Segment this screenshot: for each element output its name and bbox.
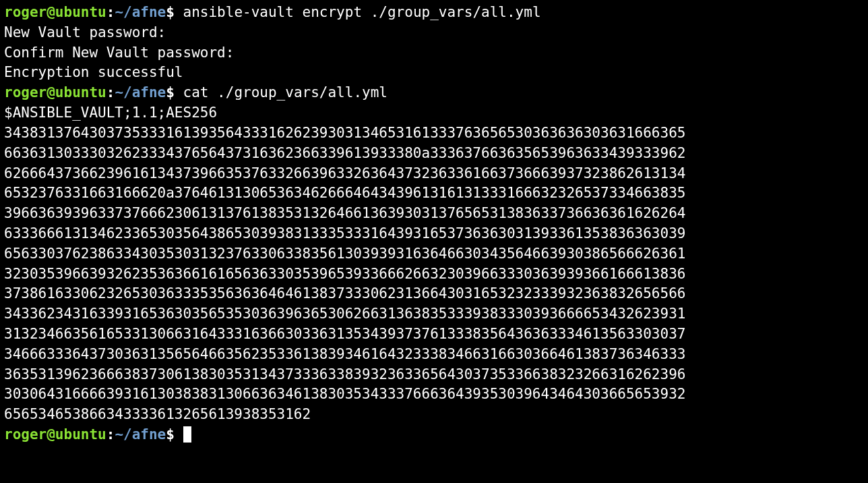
terminal-line: Encryption successful	[4, 63, 864, 83]
terminal-line: 6532376331663166620a37646131306536346266…	[4, 183, 864, 204]
prompt-user-host: roger@ubuntu	[4, 426, 106, 443]
terminal-line: 3132346635616533130663164333163663033631…	[4, 324, 864, 345]
output-text: 3966363939633737666230613137613835313264…	[4, 205, 685, 221]
prompt-dollar: $	[166, 84, 175, 101]
terminal-line: 6333666131346233653035643865303938313335…	[4, 224, 864, 244]
terminal-line: roger@ubuntu:~/afne$	[4, 425, 864, 445]
cursor	[183, 426, 191, 443]
terminal-line: Confirm New Vault password:	[4, 43, 864, 63]
output-text: 3132346635616533130663164333163663033631…	[4, 326, 685, 342]
terminal-line: 3433623431633931653630356535303639636530…	[4, 304, 864, 324]
output-text: 3438313764303735333161393564333162623930…	[4, 125, 685, 141]
prompt-dollar: $	[166, 4, 175, 20]
terminal-line: 6563303762386334303530313237633063383561…	[4, 244, 864, 264]
terminal-line: roger@ubuntu:~/afne$ ansible-vault encry…	[4, 3, 864, 23]
terminal-line: 3030643166663931613038383130663634613830…	[4, 385, 864, 405]
output-text: 656534653866343333613265613938353162	[4, 406, 311, 422]
prompt-colon: :	[106, 426, 115, 443]
output-text: 3230353966393262353636616165636330353965…	[4, 266, 685, 282]
prompt-dollar: $	[166, 426, 175, 443]
terminal-line: 6266643736623961613437396635376332663963…	[4, 164, 864, 184]
output-text: 3466633364373036313565646635623533613839…	[4, 346, 685, 362]
output-text: Confirm New Vault password:	[4, 45, 234, 61]
output-text: 6333666131346233653035643865303938313335…	[4, 225, 685, 242]
output-text: 3433623431633931653630356535303639636530…	[4, 306, 685, 322]
prompt-path: ~/afne	[115, 84, 166, 101]
terminal-line: roger@ubuntu:~/afne$ cat ./group_vars/al…	[4, 83, 864, 103]
terminal-line: 3738616330623265303633353563636464613837…	[4, 284, 864, 304]
output-text: 6636313033303262333437656437316362366339…	[4, 145, 685, 161]
terminal-line: 3966363939633737666230613137613835313264…	[4, 204, 864, 224]
prompt-user-host: roger@ubuntu	[4, 4, 106, 20]
prompt-colon: :	[106, 4, 115, 20]
output-text: 6532376331663166620a37646131306536346266…	[4, 185, 685, 201]
output-text: New Vault password:	[4, 24, 166, 40]
output-text: 3635313962366638373061383035313437333633…	[4, 366, 685, 382]
prompt-path: ~/afne	[115, 4, 166, 20]
terminal-line: 3438313764303735333161393564333162623930…	[4, 123, 864, 144]
output-text: 6266643736623961613437396635376332663963…	[4, 165, 685, 181]
output-text: Encryption successful	[4, 64, 183, 80]
prompt-user-host: roger@ubuntu	[4, 84, 106, 101]
terminal-line: 6636313033303262333437656437316362366339…	[4, 144, 864, 164]
terminal-line: $ANSIBLE_VAULT;1.1;AES256	[4, 103, 864, 123]
terminal-line: 3230353966393262353636616165636330353965…	[4, 264, 864, 285]
prompt-path: ~/afne	[115, 426, 166, 443]
output-text: 3030643166663931613038383130663634613830…	[4, 386, 685, 402]
terminal-line: 3466633364373036313565646635623533613839…	[4, 345, 864, 365]
output-text: 3738616330623265303633353563636464613837…	[4, 285, 685, 302]
terminal-line: New Vault password:	[4, 23, 864, 43]
prompt-colon: :	[106, 84, 115, 101]
terminal-line: 3635313962366638373061383035313437333633…	[4, 365, 864, 385]
output-text: $ANSIBLE_VAULT;1.1;AES256	[4, 105, 217, 121]
terminal-output[interactable]: roger@ubuntu:~/afne$ ansible-vault encry…	[4, 3, 864, 445]
command-text: ansible-vault encrypt ./group_vars/all.y…	[175, 4, 541, 20]
terminal-line: 656534653866343333613265613938353162	[4, 405, 864, 425]
output-text: 6563303762386334303530313237633063383561…	[4, 246, 685, 262]
command-text: cat ./group_vars/all.yml	[175, 84, 388, 101]
